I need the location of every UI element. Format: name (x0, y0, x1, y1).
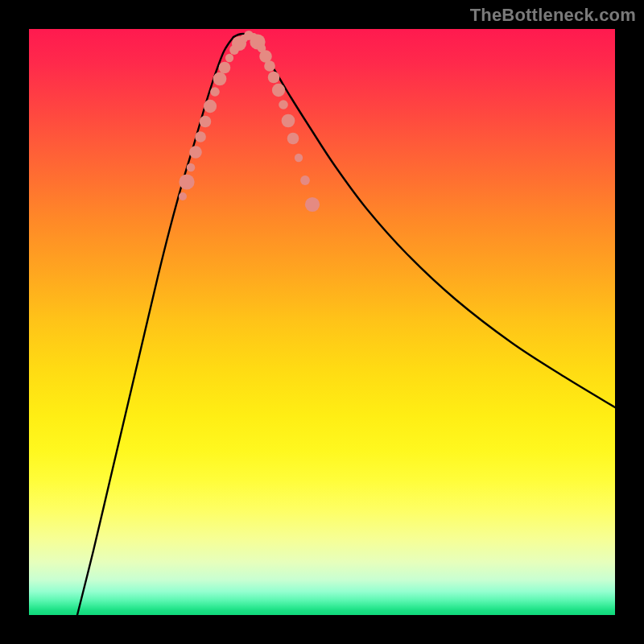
dots-right-dot (305, 197, 320, 212)
dots-left-dot (210, 87, 220, 97)
chart-frame: TheBottleneck.com (0, 0, 644, 644)
dots-left-dot (187, 163, 196, 172)
dots-right-dot (268, 72, 280, 84)
dots-right-dot (264, 60, 275, 72)
dots-right-dot (282, 114, 295, 128)
dots-right-dot (300, 175, 310, 185)
dots-right-dot (295, 154, 303, 162)
chart-svg (29, 29, 615, 615)
dots-left-dot (219, 62, 231, 74)
dots-right-dot (272, 84, 285, 97)
dots-right-dot (279, 100, 288, 109)
dots-left-dot (189, 146, 202, 159)
dots-left-dot (195, 131, 206, 142)
dots-left-dot (179, 174, 194, 189)
dots-left-dot (225, 54, 233, 62)
dots-left-dot (204, 100, 217, 113)
dots-left-dot (179, 192, 187, 200)
dots-left-dot (213, 72, 227, 86)
plot-area (29, 29, 615, 615)
curve-right (251, 37, 615, 407)
watermark-label: TheBottleneck.com (470, 5, 636, 26)
dots-left-dot (200, 116, 212, 128)
dots-right-dot (287, 133, 299, 145)
